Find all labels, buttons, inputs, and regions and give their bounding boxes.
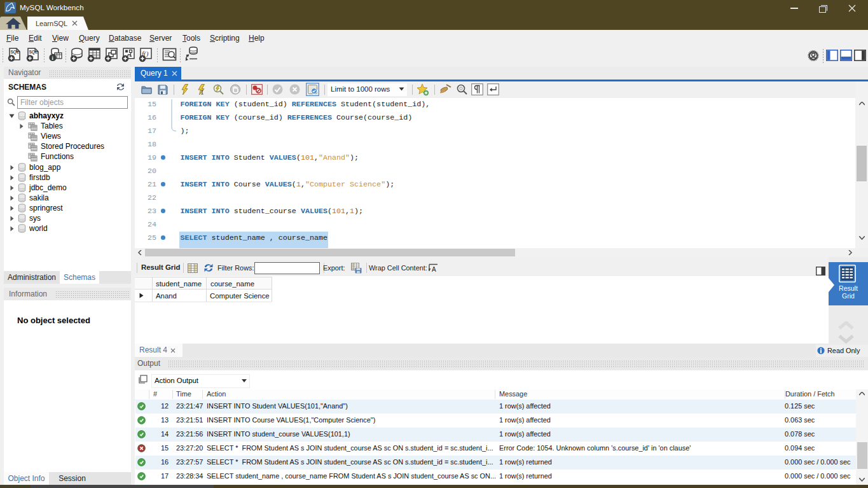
svg-text:SQL: SQL: [29, 50, 38, 55]
svg-text:A: A: [432, 266, 436, 273]
svg-text:SQL: SQL: [11, 50, 19, 55]
